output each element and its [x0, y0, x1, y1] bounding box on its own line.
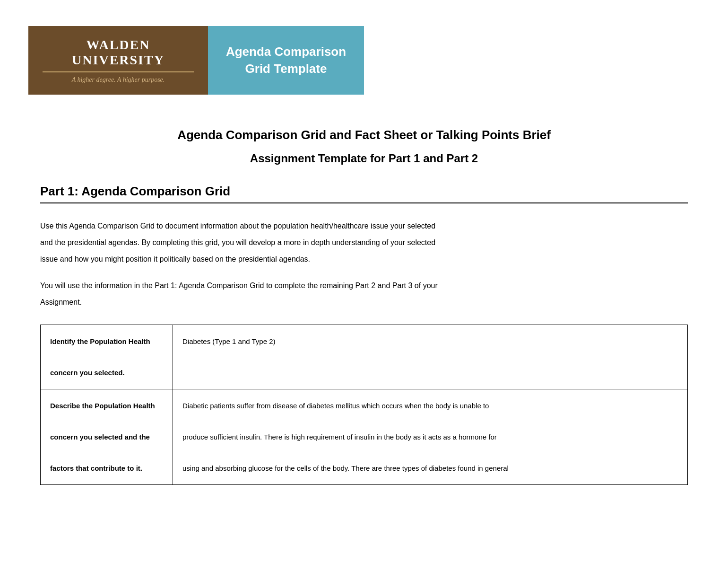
page-container: WALDEN UNIVERSITY A higher degree. A hig… [0, 26, 728, 563]
table-row: Describe the Population Healthconcern yo… [41, 389, 688, 484]
page-header: WALDEN UNIVERSITY A higher degree. A hig… [28, 26, 700, 95]
table-content-cell-1: Diabetes (Type 1 and Type 2) [173, 325, 688, 389]
university-name: WALDEN UNIVERSITY [43, 37, 194, 72]
table-content-cell-2: Diabetic patients suffer from disease of… [173, 389, 688, 484]
table-label-cell-2: Describe the Population Healthconcern yo… [41, 389, 173, 484]
intro-paragraph-2: You will use the information in the Part… [40, 277, 688, 310]
main-content: Agenda Comparison Grid and Fact Sheet or… [0, 95, 728, 513]
intro-paragraph-1: Use this Agenda Comparison Grid to docum… [40, 218, 688, 268]
document-subtitle: Assignment Template for Part 1 and Part … [40, 152, 688, 165]
university-tagline: A higher degree. A higher purpose. [72, 76, 165, 84]
university-logo-box: WALDEN UNIVERSITY A higher degree. A hig… [28, 26, 208, 95]
header-title-box: Agenda ComparisonGrid Template [208, 26, 364, 95]
table-row: Identify the Population Healthconcern yo… [41, 325, 688, 389]
document-title: Agenda Comparison Grid and Fact Sheet or… [40, 128, 688, 142]
header-title: Agenda ComparisonGrid Template [226, 44, 346, 77]
part1-heading: Part 1: Agenda Comparison Grid [40, 184, 688, 203]
table-label-cell-1: Identify the Population Healthconcern yo… [41, 325, 173, 389]
agenda-comparison-table: Identify the Population Healthconcern yo… [40, 325, 688, 485]
